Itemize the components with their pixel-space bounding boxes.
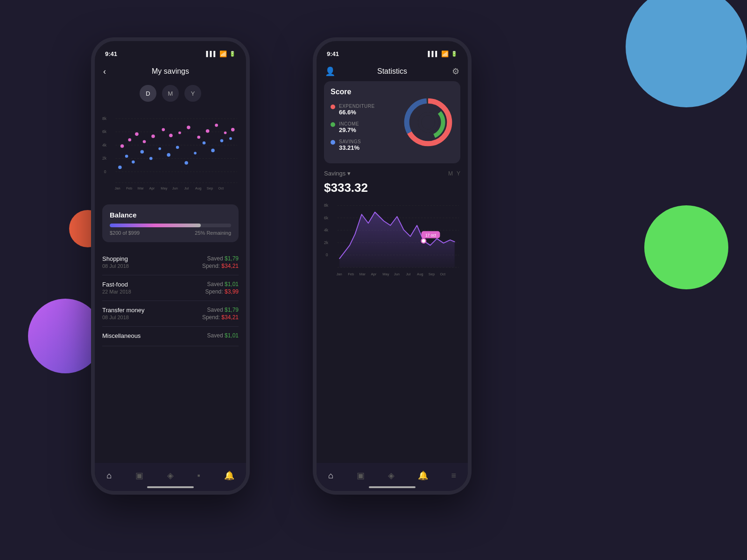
nav-filter-left[interactable]: ◈ xyxy=(167,470,174,481)
notch-right xyxy=(362,41,423,54)
settings-icon[interactable]: ⚙ xyxy=(452,66,459,77)
transaction-item-1: Shopping 08 Jul 2018 Saved $1,79 Spend: … xyxy=(102,250,239,275)
score-title: Score xyxy=(331,88,402,96)
app-header-right: 👤 Statistics ⚙ xyxy=(317,62,468,81)
svg-text:Jan: Jan xyxy=(115,186,120,190)
transaction-item-3: Transfer money 08 Jul 2018 Saved $1,79 S… xyxy=(102,301,239,327)
savings-amount: $333.32 xyxy=(317,181,468,199)
home-indicator-right xyxy=(369,486,416,488)
svg-point-26 xyxy=(158,147,161,150)
nav-stats-left[interactable]: ▪ xyxy=(197,471,200,481)
svg-text:Oct: Oct xyxy=(440,272,446,276)
expenditure-label: EXPENDITURE xyxy=(339,104,375,109)
nav-card-right[interactable]: ▣ xyxy=(357,470,365,481)
savings-section-label: Savings ▾ xyxy=(324,170,351,177)
svg-text:Feb: Feb xyxy=(348,272,354,276)
svg-text:2k: 2k xyxy=(324,240,329,245)
svg-point-47 xyxy=(224,132,227,134)
svg-text:Oct: Oct xyxy=(218,186,224,190)
nav-filter-right[interactable]: ◈ xyxy=(388,470,395,481)
svg-text:17 oct: 17 oct xyxy=(425,233,437,238)
profile-icon[interactable]: 👤 xyxy=(325,66,335,77)
savings-tab-m[interactable]: M xyxy=(448,170,453,177)
home-indicator-left xyxy=(147,486,194,488)
app-header-left: ‹ My savings xyxy=(95,62,246,81)
balance-meta: $200 of $999 25% Remaining xyxy=(110,230,231,236)
svg-text:Sep: Sep xyxy=(207,186,213,190)
svg-point-38 xyxy=(143,140,146,143)
savings-label: SAVINGS xyxy=(339,139,361,144)
expenditure-dot xyxy=(331,105,335,109)
svg-text:Mar: Mar xyxy=(359,272,366,276)
phone-left: 9:41 ▌▌▌ 📶 🔋 ‹ My savings D M Y xyxy=(91,37,250,495)
svg-text:Jul: Jul xyxy=(184,186,189,190)
svg-text:Apr: Apr xyxy=(371,272,376,276)
legend-income: INCOME 29.7% xyxy=(331,121,402,133)
status-icons-left: ▌▌▌ 📶 🔋 xyxy=(206,50,236,57)
nav-bell-left[interactable]: 🔔 xyxy=(224,470,234,481)
nav-home-left[interactable]: ⌂ xyxy=(106,471,112,481)
svg-text:6k: 6k xyxy=(102,129,107,134)
svg-point-24 xyxy=(141,150,144,154)
donut-chart xyxy=(402,97,454,148)
svg-point-22 xyxy=(125,154,128,158)
tab-month[interactable]: M xyxy=(162,85,179,102)
svg-point-21 xyxy=(118,166,122,169)
savings-tabs: M Y xyxy=(448,170,460,177)
svg-point-39 xyxy=(151,134,155,138)
svg-text:Mar: Mar xyxy=(138,186,144,190)
svg-point-30 xyxy=(194,152,197,154)
svg-text:Jun: Jun xyxy=(394,272,400,276)
progress-bar-fill xyxy=(110,224,201,227)
svg-text:8k: 8k xyxy=(324,203,329,208)
tx-amounts-1: Saved $1,79 Spend: $34,21 xyxy=(202,255,239,269)
status-icons-right: ▌▌▌ 📶 🔋 xyxy=(428,50,458,57)
nav-bell-right[interactable]: 🔔 xyxy=(418,470,428,481)
savings-header: Savings ▾ M Y xyxy=(317,170,468,181)
svg-text:May: May xyxy=(382,272,389,276)
income-dot xyxy=(331,122,335,127)
time-right: 9:41 xyxy=(327,50,339,57)
tx-amounts-3: Saved $1,79 Spend: $34,21 xyxy=(202,307,239,321)
svg-point-28 xyxy=(176,146,179,149)
savings-tab-y[interactable]: Y xyxy=(457,170,460,177)
svg-point-48 xyxy=(231,128,235,132)
svg-text:Jul: Jul xyxy=(406,272,410,276)
score-section: Score EXPENDITURE 66.6% INCOME 29.7% xyxy=(324,81,460,163)
nav-card-left[interactable]: ▣ xyxy=(135,470,143,481)
tx-amounts-4: Saved $1,01 xyxy=(207,332,239,339)
tx-name-2: Fast-food xyxy=(102,281,131,288)
svg-point-55 xyxy=(420,114,437,131)
nav-menu-right[interactable]: ≡ xyxy=(451,471,457,481)
svg-point-32 xyxy=(211,149,215,153)
tx-name-4: Miscellaneous xyxy=(102,332,141,339)
svg-text:2k: 2k xyxy=(102,156,107,161)
svg-point-40 xyxy=(162,128,165,132)
svg-text:6k: 6k xyxy=(324,216,329,220)
svg-text:4k: 4k xyxy=(102,143,107,147)
svg-point-46 xyxy=(215,124,218,127)
svg-text:Jan: Jan xyxy=(337,272,342,276)
svg-text:May: May xyxy=(161,186,168,190)
time-tabs-left: D M Y xyxy=(95,81,246,107)
svg-point-41 xyxy=(169,133,173,137)
svg-point-31 xyxy=(203,141,206,145)
screen-right: 👤 Statistics ⚙ Score EXPENDITURE 66.6% xyxy=(317,62,468,491)
balance-card: Balance $200 of $999 25% Remaining xyxy=(102,204,239,242)
tx-date-1: 08 Jul 2018 xyxy=(102,263,129,269)
tab-day[interactable]: D xyxy=(140,85,156,102)
phone-right: 9:41 ▌▌▌ 📶 🔋 👤 Statistics ⚙ Score xyxy=(313,37,472,495)
deco-circle-blue xyxy=(626,0,747,107)
screen-left: ‹ My savings D M Y xyxy=(95,62,246,491)
svg-text:0: 0 xyxy=(326,252,328,257)
svg-point-44 xyxy=(197,136,200,139)
savings-value: 33.21% xyxy=(339,144,361,151)
income-value: 29.7% xyxy=(339,126,359,133)
tab-year[interactable]: Y xyxy=(184,85,201,102)
nav-home-right[interactable]: ⌂ xyxy=(328,471,333,481)
deco-circle-green xyxy=(644,205,728,289)
income-label: INCOME xyxy=(339,121,359,126)
time-left: 9:41 xyxy=(105,50,117,57)
back-button[interactable]: ‹ xyxy=(103,67,106,77)
transaction-item-2: Fast-food 22 Mar 2018 Saved $1,01 Spend:… xyxy=(102,275,239,301)
